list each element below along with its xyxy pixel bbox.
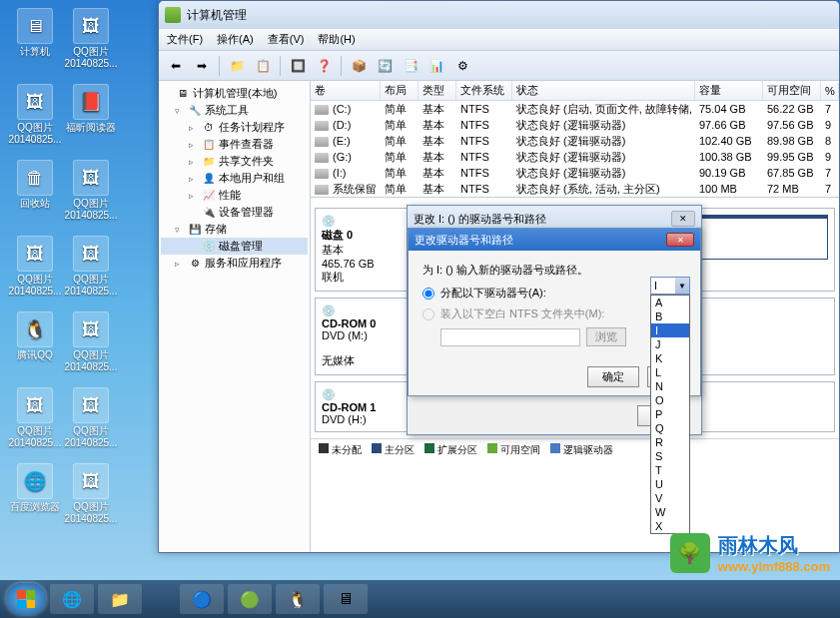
taskbar-app-3[interactable]: 🐧 [276,584,320,614]
taskbar-app-4[interactable]: 🖥 [324,584,368,614]
tree-task-scheduler[interactable]: ▹⏱任务计划程序 [161,119,308,136]
col-type[interactable]: 类型 [419,81,456,100]
taskbar: 🌐 📁 🔵 🟢 🐧 🖥 [0,580,840,618]
cdrom-1-label: 💿 CD-ROM 1 DVD (H:) [322,388,402,425]
outer-dialog-close-button[interactable]: ✕ [671,211,695,227]
assign-letter-option[interactable]: 分配以下驱动器号(A): [422,286,686,301]
assign-letter-radio[interactable] [422,288,434,300]
start-button[interactable] [6,583,46,615]
volume-row[interactable]: (E:)简单基本NTFS状态良好 (逻辑驱动器)102.40 GB89.98 G… [311,133,839,149]
dropdown-option[interactable]: X [651,519,689,533]
taskbar-explorer[interactable]: 📁 [98,584,142,614]
volume-row[interactable]: (G:)简单基本NTFS状态良好 (逻辑驱动器)100.38 GB99.95 G… [311,149,839,165]
window-title: 计算机管理 [187,7,247,24]
desktop-icon[interactable]: 🖼QQ图片20140825... [64,160,118,222]
tree-event-viewer[interactable]: ▹📋事件查看器 [161,136,308,153]
inner-ok-button[interactable]: 确定 [587,366,639,387]
tb-btn-9[interactable]: ⚙ [451,55,473,77]
taskbar-ie[interactable]: 🌐 [50,584,94,614]
dropdown-option[interactable]: I [651,323,689,337]
menu-view[interactable]: 查看(V) [268,32,305,47]
combo-dropdown-button[interactable]: ▼ [675,278,689,294]
dropdown-option[interactable]: L [651,365,689,379]
col-volume[interactable]: 卷 [311,81,381,100]
desktop-icon[interactable]: 🖼QQ图片20140825... [8,236,62,298]
tree-device-manager[interactable]: 🔌设备管理器 [161,204,308,221]
tree-root[interactable]: 🖥计算机管理(本地) [161,85,308,102]
desktop-icon[interactable]: 🖼QQ图片20140825... [64,8,118,70]
dropdown-option[interactable]: O [651,393,689,407]
tb-btn-6[interactable]: 🔄 [374,55,396,77]
menu-help[interactable]: 帮助(H) [318,32,355,47]
volume-row[interactable]: (D:)简单基本NTFS状态良好 (逻辑驱动器)97.66 GB97.56 GB… [311,117,839,133]
dropdown-option[interactable]: V [651,491,689,505]
tree-disk-management[interactable]: 💿磁盘管理 [161,238,308,255]
dropdown-option[interactable]: Q [651,421,689,435]
volume-list: 卷 布局 类型 文件系统 状态 容量 可用空间 % (C:)简单基本NTFS状态… [311,81,839,198]
menu-action[interactable]: 操作(A) [217,32,254,47]
menu-file[interactable]: 文件(F) [167,32,203,47]
desktop-icon[interactable]: 🖼QQ图片20140825... [64,311,118,373]
desktop-icon[interactable]: 🖼QQ图片20140825... [64,236,118,298]
dropdown-option[interactable]: W [651,505,689,519]
tb-btn-5[interactable]: 📦 [348,55,370,77]
mount-folder-option[interactable]: 装入以下空白 NTFS 文件夹中(M): [422,307,686,321]
watermark: 🌳 雨林木风 www.ylmf888.com [670,532,830,574]
desktop-icon-label: QQ图片20140825... [63,425,119,449]
tb-btn-8[interactable]: 📊 [425,55,447,77]
cdrom-0-label: 💿 CD-ROM 0 DVD (M:) 无媒体 [322,305,402,368]
desktop-icon[interactable]: 🖼QQ图片20140825... [8,84,62,146]
dropdown-option[interactable]: T [651,463,689,477]
tree-storage[interactable]: ▿💾存储 [161,221,308,238]
tb-btn-1[interactable]: 📁 [226,55,248,77]
col-free[interactable]: 可用空间 [763,81,821,100]
dropdown-option[interactable]: S [651,449,689,463]
window-titlebar[interactable]: 计算机管理 [159,1,839,29]
dropdown-option[interactable]: U [651,477,689,491]
drive-letter-combo[interactable]: I ▼ [650,277,690,295]
col-fs[interactable]: 文件系统 [456,81,512,100]
desktop-icon[interactable]: 📕福昕阅读器 [64,84,118,134]
desktop-icon[interactable]: 🖥计算机 [8,8,62,58]
dropdown-option[interactable]: N [651,379,689,393]
col-capacity[interactable]: 容量 [695,81,763,100]
col-layout[interactable]: 布局 [381,81,419,100]
drive-letter-dropdown[interactable]: ABIJKLNOPQRSTUVWXYZ [650,295,690,534]
mount-folder-radio[interactable] [422,309,434,320]
dropdown-option[interactable]: A [651,296,689,309]
desktop-icon-glyph: 🖼 [73,8,109,44]
inner-dialog-close-button[interactable]: ✕ [666,233,694,247]
tb-btn-2[interactable]: 📋 [252,55,274,77]
tb-btn-3[interactable]: 🔲 [287,55,309,77]
nav-back-button[interactable]: ⬅ [165,55,187,77]
desktop-icon[interactable]: 🖼QQ图片20140825... [64,387,118,449]
tree-shared-folders[interactable]: ▹📁共享文件夹 [161,153,308,170]
dropdown-option[interactable]: P [651,407,689,421]
tb-btn-7[interactable]: 📑 [400,55,421,77]
tree-services[interactable]: ▹⚙服务和应用程序 [161,255,308,272]
dropdown-option[interactable]: K [651,351,689,365]
tb-btn-4[interactable]: ❓ [313,55,335,77]
dropdown-option[interactable]: J [651,337,689,351]
desktop-icon[interactable]: 🖼QQ图片20140825... [8,387,62,449]
inner-dialog-title: 更改驱动器号和路径 [415,233,513,248]
inner-dialog-titlebar[interactable]: 更改驱动器号和路径 ✕ [409,229,700,251]
dropdown-option[interactable]: B [651,309,689,323]
dropdown-option[interactable]: R [651,435,689,449]
desktop-icon[interactable]: 🌐百度浏览器 [8,463,62,513]
volume-row[interactable]: (C:)简单基本NTFS状态良好 (启动, 页面文件, 故障转储, 主分区)75… [311,101,839,117]
nav-fwd-button[interactable]: ➡ [191,55,213,77]
taskbar-app-2[interactable]: 🟢 [228,584,272,614]
col-status[interactable]: 状态 [512,81,695,100]
taskbar-app-1[interactable]: 🔵 [180,584,224,614]
volume-row[interactable]: (I:)简单基本NTFS状态良好 (逻辑驱动器)90.19 GB67.85 GB… [311,165,839,181]
tree-local-users[interactable]: ▹👤本地用户和组 [161,170,308,187]
desktop-icon[interactable]: 🐧腾讯QQ [8,311,62,361]
desktop-icon[interactable]: 🗑回收站 [8,160,62,210]
tree-system-tools[interactable]: ▿🔧系统工具 [161,102,308,119]
col-pct[interactable]: % [821,83,839,99]
desktop-icon[interactable]: 🖼QQ图片20140825... [64,463,118,525]
tree-performance[interactable]: ▹📈性能 [161,187,308,204]
instruction-text: 为 I: () 输入新的驱动器号或路径。 [422,263,686,278]
volume-row[interactable]: 系统保留简单基本NTFS状态良好 (系统, 活动, 主分区)100 MB72 M… [311,181,839,197]
